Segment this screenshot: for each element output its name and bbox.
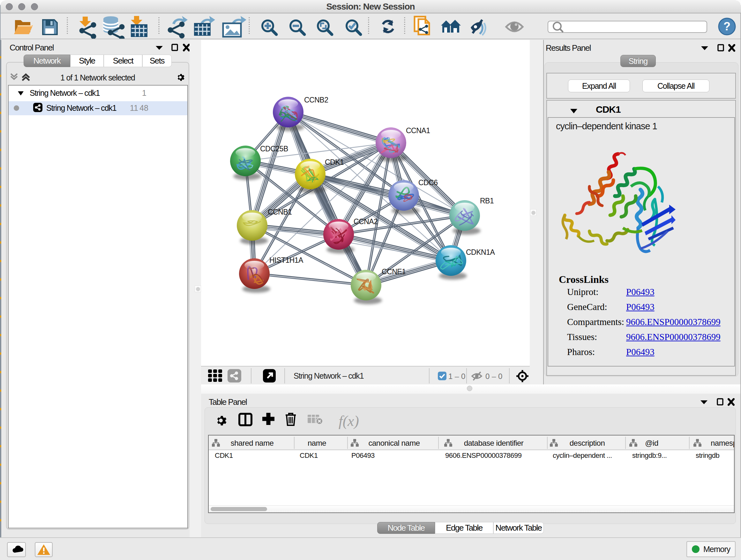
svg-text:HIST1H1A: HIST1H1A bbox=[269, 256, 304, 264]
svg-text:CCNB2: CCNB2 bbox=[304, 96, 328, 104]
svg-text:CCNA1: CCNA1 bbox=[406, 126, 430, 135]
svg-text:?: ? bbox=[724, 20, 731, 33]
svg-text:CCNA2: CCNA2 bbox=[354, 217, 378, 226]
svg-text:namespac: namespac bbox=[711, 439, 734, 447]
svg-text:@id: @id bbox=[645, 439, 658, 447]
svg-text:CCNB1: CCNB1 bbox=[268, 208, 292, 216]
svg-text:CDK1: CDK1 bbox=[325, 158, 344, 166]
svg-text:CDKN1A: CDKN1A bbox=[466, 248, 495, 256]
svg-text:CDC25B: CDC25B bbox=[260, 145, 288, 153]
svg-text:name: name bbox=[308, 439, 326, 447]
svg-text:database identifier: database identifier bbox=[464, 439, 524, 447]
svg-text:canonical name: canonical name bbox=[368, 439, 420, 447]
svg-text:description: description bbox=[569, 439, 605, 447]
svg-text:shared name: shared name bbox=[231, 439, 274, 447]
svg-text:CDC6: CDC6 bbox=[418, 179, 438, 187]
svg-text:CCNE1: CCNE1 bbox=[382, 267, 406, 276]
svg-text:f(x): f(x) bbox=[339, 413, 359, 429]
svg-text:RB1: RB1 bbox=[480, 197, 494, 205]
